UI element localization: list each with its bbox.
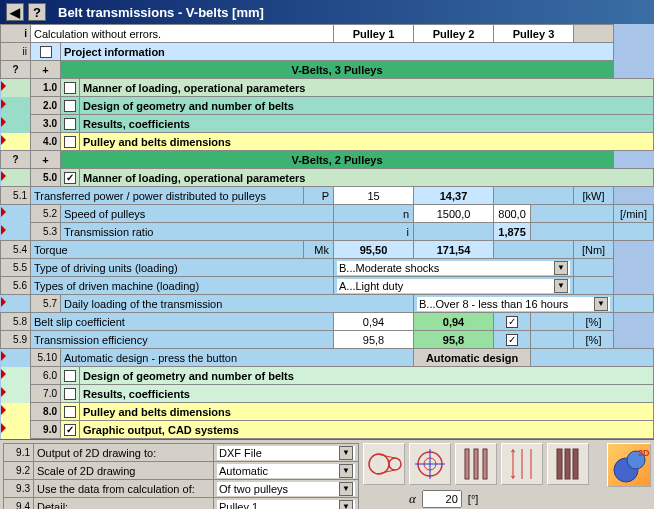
row-9-1: 9.1 Output of 2D drawing to: DXF File▼ xyxy=(4,444,359,462)
row-8-0[interactable]: 8.0 Pulley and belts dimensions xyxy=(1,403,654,421)
help-button[interactable]: ? xyxy=(28,3,46,21)
col-pulley-3: Pulley 3 xyxy=(494,25,574,43)
alpha-input[interactable] xyxy=(422,490,462,508)
row-9-4: 9.4 Detail: Pulley 1▼ xyxy=(4,498,359,510)
output-settings: 9.1 Output of 2D drawing to: DXF File▼ 9… xyxy=(3,443,359,509)
section-2pulleys: V-Belts, 2 Pulleys xyxy=(61,151,614,169)
slip-p2: 0,94 xyxy=(414,313,494,331)
project-info-checkbox[interactable] xyxy=(40,46,52,58)
torque-p1: 95,50 xyxy=(334,241,414,259)
row-5-5: 5.5 Type of driving units (loading) B...… xyxy=(1,259,654,277)
scale-dropdown[interactable]: Automatic▼ xyxy=(217,464,355,478)
chk-2-0[interactable] xyxy=(64,100,76,112)
ratio: 1,875 xyxy=(494,223,531,241)
row-9-3: 9.3 Use the data from calculation of: Of… xyxy=(4,480,359,498)
daily-loading-dropdown[interactable]: B...Over 8 - less than 16 hours▼ xyxy=(417,297,610,311)
section-3pulleys: V-Belts, 3 Pulleys xyxy=(61,61,614,79)
detail-dropdown[interactable]: Pulley 1▼ xyxy=(217,500,355,510)
alpha-unit: [°] xyxy=(468,493,479,505)
svg-rect-13 xyxy=(573,449,578,479)
chk-7-0[interactable] xyxy=(64,388,76,400)
pulley-profile-1-button[interactable] xyxy=(455,443,497,485)
section-3pulleys-row: ? + V-Belts, 3 Pulleys xyxy=(1,61,654,79)
main-grid: i Calculation without errors. Pulley 1 P… xyxy=(0,24,654,439)
bottom-toolbar: 9.1 Output of 2D drawing to: DXF File▼ 9… xyxy=(0,439,654,509)
slip-p1[interactable]: 0,94 xyxy=(334,313,414,331)
pulley-profile-2-button[interactable] xyxy=(501,443,543,485)
row-5-7: 5.7 Daily loading of the transmission B.… xyxy=(1,295,654,313)
col-pulley-2: Pulley 2 xyxy=(414,25,494,43)
col-pulley-1: Pulley 1 xyxy=(334,25,414,43)
chevron-down-icon: ▼ xyxy=(554,261,568,275)
header-row: i Calculation without errors. Pulley 1 P… xyxy=(1,25,654,43)
window-title: Belt transmissions - V-belts [mm] xyxy=(58,5,264,20)
chevron-down-icon: ▼ xyxy=(339,464,353,478)
eff-p2: 95,8 xyxy=(414,331,494,349)
row-6-0[interactable]: 6.0 Design of geometry and number of bel… xyxy=(1,367,654,385)
svg-text:3D: 3D xyxy=(638,448,650,458)
row-5-2: 5.2 Speed of pulleys n 1500,0 800,0 [/mi… xyxy=(1,205,654,223)
chk-6-0[interactable] xyxy=(64,370,76,382)
speed-p1[interactable]: 1500,0 xyxy=(414,205,494,223)
row-9-2: 9.2 Scale of 2D drawing Automatic▼ xyxy=(4,462,359,480)
row-5-3: 5.3 Transmission ratio i 1,875 xyxy=(1,223,654,241)
svg-point-0 xyxy=(369,454,389,474)
status-text: Calculation without errors. xyxy=(31,25,334,43)
chevron-down-icon: ▼ xyxy=(339,446,353,460)
driven-machine-dropdown[interactable]: A...Light duty▼ xyxy=(337,279,570,293)
chk-9-0[interactable]: ✓ xyxy=(64,424,76,436)
chk-8-0[interactable] xyxy=(64,406,76,418)
chevron-down-icon: ▼ xyxy=(594,297,608,311)
svg-rect-10 xyxy=(483,449,487,479)
section-2pulleys-row: ? + V-Belts, 2 Pulleys xyxy=(1,151,654,169)
eff-checkbox[interactable]: ✓ xyxy=(506,334,518,346)
chk-5-0[interactable]: ✓ xyxy=(64,172,76,184)
power-p2: 14,37 xyxy=(414,187,494,205)
row-5-6: 5.6 Types of driven machine (loading) A.… xyxy=(1,277,654,295)
slip-checkbox[interactable]: ✓ xyxy=(506,316,518,328)
help-cell-2[interactable]: ? xyxy=(1,151,31,169)
gear-3d-button[interactable]: 3D xyxy=(607,443,651,487)
speed-p2[interactable]: 800,0 xyxy=(494,205,531,223)
power-p1[interactable]: 15 xyxy=(334,187,414,205)
expand-cell[interactable]: + xyxy=(31,61,61,79)
automatic-design-button[interactable]: Automatic design xyxy=(414,349,531,367)
row-5-0[interactable]: 5.0 ✓ Manner of loading, operational par… xyxy=(1,169,654,187)
row-1-0[interactable]: 1.0 Manner of loading, operational param… xyxy=(1,79,654,97)
driving-units-dropdown[interactable]: B...Moderate shocks▼ xyxy=(337,261,570,275)
svg-rect-9 xyxy=(474,449,478,479)
row-5-8: 5.8 Belt slip coefficient 0,94 0,94 ✓ [%… xyxy=(1,313,654,331)
row-5-9: 5.9 Transmission efficiency 95,8 95,8 ✓ … xyxy=(1,331,654,349)
row-5-1: 5.1 Transferred power / power distribute… xyxy=(1,187,654,205)
svg-rect-8 xyxy=(465,449,469,479)
eff-p1[interactable]: 95,8 xyxy=(334,331,414,349)
output-format-dropdown[interactable]: DXF File▼ xyxy=(217,446,355,460)
row-3-0[interactable]: 3.0 Results, coefficients xyxy=(1,115,654,133)
expand-cell-2[interactable]: + xyxy=(31,151,61,169)
chk-4-0[interactable] xyxy=(64,136,76,148)
help-cell[interactable]: ? xyxy=(1,61,31,79)
row-4-0[interactable]: 4.0 Pulley and belts dimensions xyxy=(1,133,654,151)
torque-p2: 171,54 xyxy=(414,241,494,259)
calc-data-dropdown[interactable]: Of two pulleys▼ xyxy=(217,482,355,496)
svg-rect-12 xyxy=(565,449,570,479)
alpha-row: α [°] xyxy=(409,490,589,508)
belt-diagram-button[interactable] xyxy=(363,443,405,485)
row-7-0[interactable]: 7.0 Results, coefficients xyxy=(1,385,654,403)
row-5-4: 5.4 Torque Mk 95,50 171,54 [Nm] xyxy=(1,241,654,259)
pulley-profile-3-button[interactable] xyxy=(547,443,589,485)
svg-rect-11 xyxy=(557,449,562,479)
nav-back-button[interactable]: ◀ xyxy=(6,3,24,21)
chevron-down-icon: ▼ xyxy=(339,482,353,496)
chk-1-0[interactable] xyxy=(64,82,76,94)
row-9-0[interactable]: 9.0 ✓ Graphic output, CAD systems xyxy=(1,421,654,439)
row-5-10: 5.10 Automatic design - press the button… xyxy=(1,349,654,367)
pulley-section-button[interactable] xyxy=(409,443,451,485)
chk-3-0[interactable] xyxy=(64,118,76,130)
row-2-0[interactable]: 2.0 Design of geometry and number of bel… xyxy=(1,97,654,115)
chevron-down-icon: ▼ xyxy=(554,279,568,293)
project-info-row: ii Project information xyxy=(1,43,654,61)
svg-point-1 xyxy=(389,458,401,470)
chevron-down-icon: ▼ xyxy=(339,500,353,510)
alpha-label: α xyxy=(409,491,416,507)
